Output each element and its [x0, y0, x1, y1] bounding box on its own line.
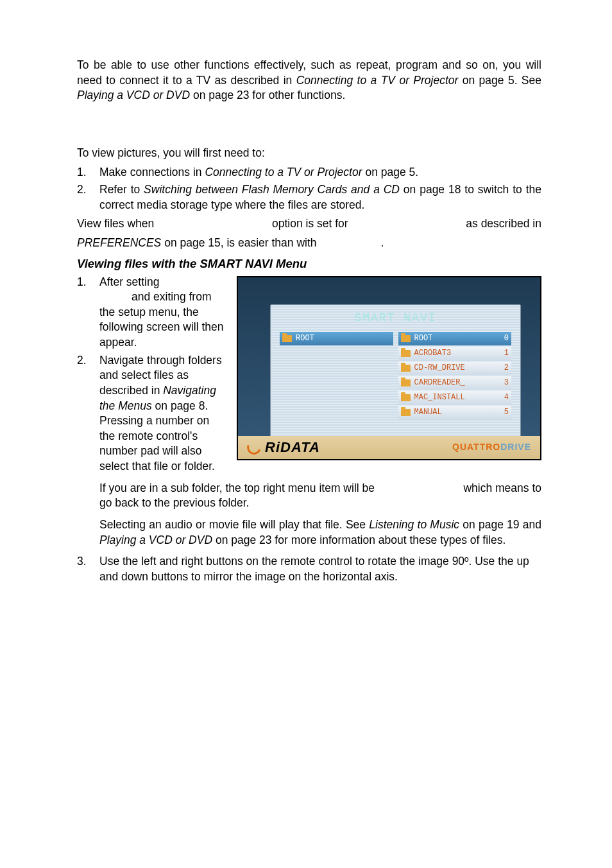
ref-listening-music: Listening to Music: [369, 518, 459, 531]
brand-ridata: RiDATA: [247, 438, 320, 457]
subheading-viewing-smart-navi: Viewing files with the SMART NAVI Menu: [77, 256, 541, 272]
step-2-sub-1b: go back to the previous folder.: [99, 496, 541, 511]
navi-row[interactable]: ACROBAT31: [398, 347, 512, 360]
list-number: 3.: [77, 554, 99, 584]
navi-row[interactable]: MAC_INSTALL4: [398, 391, 512, 404]
steps-list-cont: 3. Use the left and right buttons on the…: [77, 554, 541, 584]
intro-text-3: on page 23 for other functions.: [190, 89, 345, 101]
step-2-sub-1: If you are in a sub folder, the top righ…: [99, 481, 541, 496]
folder-icon: [401, 350, 411, 357]
navi-row-blank: [280, 406, 393, 419]
navi-row[interactable]: ROOT: [280, 332, 393, 345]
ref-switching: Switching between Flash Memory Cards and…: [144, 183, 400, 196]
navi-label: MAC_INSTALL: [414, 392, 465, 403]
navi-index: 1: [504, 348, 509, 358]
navi-row-blank: [280, 361, 393, 375]
list-number: 2.: [77, 353, 99, 474]
intro-ref-1: Connecting to a TV or Projector: [296, 74, 459, 87]
list-item: 1. After setting and exiting from the se…: [77, 275, 225, 351]
navi-label: MANUAL: [414, 407, 442, 417]
viewfiles-line-1: View files when option is set for as des…: [77, 216, 541, 232]
navi-row-blank: [398, 421, 512, 434]
list-number: 1.: [77, 275, 99, 351]
step-3-text: Use the left and right buttons on the re…: [99, 554, 541, 584]
ref-connecting: Connecting to a TV or Projector: [205, 166, 362, 178]
folder-icon: [401, 409, 411, 416]
folder-icon: [401, 394, 411, 401]
intro-text-2: on page 5. See: [458, 74, 541, 87]
navi-index: 5: [504, 407, 509, 417]
list-item: 1. Make connections in Connecting to a T…: [77, 165, 541, 180]
list-text: Make connections in Connecting to a TV o…: [99, 165, 541, 180]
navi-row-blank: [280, 391, 393, 404]
list-item: 2. Navigate through folders and select f…: [77, 353, 225, 474]
pictures-list: 1. Make connections in Connecting to a T…: [77, 165, 541, 213]
navi-title: SMART NAVI: [271, 305, 520, 332]
list-number: 2.: [77, 182, 99, 213]
ref-preferences: PREFERENCES: [77, 236, 161, 249]
navi-row-blank: [280, 376, 393, 390]
ref-playing-vcd-dvd: Playing a VCD or DVD: [99, 534, 212, 546]
smart-navi-screenshot: SMART NAVI ROOT ROOT0ACROBAT31CD-RW_DRIV…: [237, 276, 541, 460]
folder-icon: [282, 335, 292, 342]
navi-index: 0: [504, 333, 509, 343]
navi-row-blank: [280, 421, 393, 434]
navi-row[interactable]: CD-RW_DRIVE2: [398, 361, 512, 375]
navi-row[interactable]: MANUAL5: [398, 406, 512, 419]
intro-ref-2: Playing a VCD or DVD: [77, 89, 190, 101]
navi-row[interactable]: CARDREADER_3: [398, 376, 512, 390]
navi-index: 2: [504, 363, 509, 373]
list-number: 1.: [77, 165, 99, 180]
step-1-text: After setting and exiting from the setup…: [99, 275, 225, 351]
navi-label: ACROBAT3: [414, 348, 452, 358]
list-item: 2. Refer to Switching between Flash Memo…: [77, 182, 541, 213]
intro-paragraph: To be able to use other functions effect…: [77, 58, 541, 103]
navi-label: CD-RW_DRIVE: [414, 363, 465, 373]
folder-icon: [401, 379, 411, 386]
navi-index: 4: [504, 392, 509, 403]
navi-row-blank: [280, 347, 393, 360]
navi-index: 3: [504, 378, 509, 388]
navi-label: CARDREADER_: [414, 378, 465, 388]
step-2-sub-2: Selecting an audio or movie file will pl…: [99, 517, 541, 548]
pictures-lead: To view pictures, you will first need to…: [77, 146, 541, 161]
viewfiles-line-2: PREFERENCES on page 15, is easier than w…: [77, 236, 541, 251]
brand-bar: RiDATA QUATTRODRIVE: [238, 436, 540, 459]
navi-label: ROOT: [296, 333, 314, 343]
navi-row[interactable]: ROOT0: [398, 332, 512, 345]
brand-swoosh-icon: [244, 438, 263, 456]
list-text: Refer to Switching between Flash Memory …: [99, 182, 541, 213]
folder-icon: [401, 365, 411, 372]
brand-quattrodrive: QUATTRODRIVE: [452, 441, 531, 453]
navi-label: ROOT: [414, 333, 433, 343]
list-item: 3. Use the left and right buttons on the…: [77, 554, 541, 584]
step-2-text: Navigate through folders and select file…: [99, 353, 225, 474]
folder-icon: [401, 335, 411, 342]
